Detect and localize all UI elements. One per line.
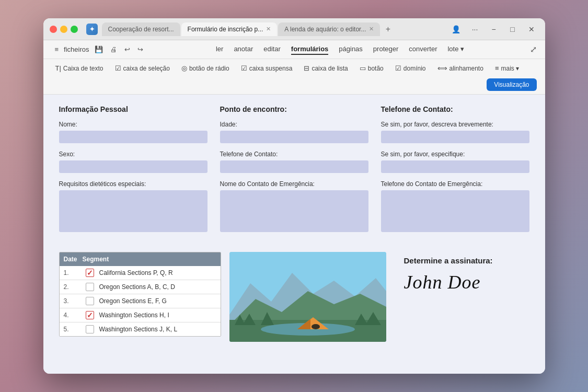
tab-2-close[interactable]: ✕ [266, 26, 271, 32]
profile-button[interactable]: 👤 [449, 22, 464, 37]
row-4-text: Washington Sections H, I [99, 312, 216, 319]
tab-1-label: Cooperação de resort... [108, 26, 174, 33]
emergency-name-input[interactable] [220, 190, 368, 232]
tool-dominio[interactable]: ☑ domínio [391, 62, 430, 74]
age-input[interactable] [220, 131, 368, 143]
gender-label: Sexo: [59, 151, 207, 158]
tool-caixa-de-texto[interactable]: T| Caixa de texto [52, 62, 107, 74]
ficheiros-menu[interactable]: ficheiros [64, 44, 89, 54]
hamburger-menu-button[interactable]: ≡ [52, 43, 62, 55]
phone-field-group: Telefone de Contato: [220, 151, 368, 173]
text-box-icon: T| [55, 64, 61, 72]
main-menu-bar: ler anotar editar formulários páginas pr… [153, 44, 528, 55]
menu-paginas[interactable]: páginas [339, 44, 363, 55]
domain-icon: ☑ [395, 64, 401, 72]
tool-caixa-lista[interactable]: ⊟ caixa de lista [300, 62, 351, 74]
name-field-group: Nome: [59, 121, 207, 143]
signature-section: Determine a assinatura: John Doe [400, 252, 529, 298]
personal-info-title: Informação Pessoal [59, 105, 207, 113]
browser-window: ✦ Cooperação de resort... Formulário de … [43, 18, 545, 374]
row-5-num: 5. [64, 326, 83, 333]
meeting-title: Ponto de encontro: [220, 105, 368, 113]
tool-label-botao: botão [368, 65, 384, 72]
specify-label: Se sim, por favor, especifique: [381, 151, 529, 158]
window-controls [50, 26, 78, 33]
minimize-button[interactable] [60, 26, 67, 33]
row-4-checkbox[interactable]: ✓ [86, 311, 94, 319]
menu-converter[interactable]: converter [409, 44, 437, 55]
tool-caixa-suspensa[interactable]: ☑ caixa suspensa [237, 62, 296, 74]
tab-3-label: A lenda de aquário: o editor... [284, 26, 366, 33]
undo-button[interactable]: ↩ [121, 43, 133, 55]
table-row: 4. ✓ Washington Sections H, I [60, 308, 221, 322]
more-icon: ≡ [495, 64, 499, 72]
checkmark-icon: ✓ [87, 269, 93, 277]
external-link-icon[interactable]: ⤢ [530, 44, 537, 54]
tab-1[interactable]: Cooperação de resort... [102, 22, 180, 36]
tool-radio[interactable]: ◎ botão de rádio [178, 62, 233, 74]
toolbar-nav-group: 💾 🖨 ↩ ↪ [91, 43, 146, 55]
align-icon: ⟺ [437, 64, 447, 72]
tab-3[interactable]: A lenda de aquário: o editor... ✕ [278, 22, 380, 36]
menu-ler[interactable]: ler [216, 44, 223, 55]
tool-botao[interactable]: ▭ botão [356, 62, 387, 74]
row-2-checkbox[interactable] [86, 283, 94, 291]
more-options-button[interactable]: ··· [468, 22, 482, 37]
row-5-text: Washington Sections J, K, L [99, 326, 216, 333]
tab-2[interactable]: Formulário de inscrição p... ✕ [181, 22, 278, 36]
table-header: Date Segment [60, 252, 221, 266]
emergency-phone-input[interactable] [381, 190, 529, 232]
tab-2-label: Formulário de inscrição p... [188, 26, 263, 33]
dietary-field-group: Requisitos dietéticos especiais: [59, 180, 207, 232]
menu-lote[interactable]: lote ▾ [447, 44, 464, 55]
form-top-sections: Informação Pessoal Nome: Sexo: Requisito… [59, 105, 529, 239]
landscape-photo [229, 252, 386, 342]
gender-input[interactable] [59, 160, 207, 173]
name-input[interactable] [59, 131, 207, 143]
menu-formularios[interactable]: formulários [291, 44, 329, 55]
tool-label-mais: mais ▾ [501, 65, 519, 72]
checkbox-icon: ☑ [115, 64, 121, 72]
dietary-input[interactable] [59, 190, 207, 232]
form-toolbar: T| Caixa de texto ☑ caixa de seleção ◎ b… [43, 59, 545, 95]
tool-label-suspensa: caixa suspensa [249, 65, 293, 72]
row-4-num: 4. [64, 312, 83, 319]
row-5-checkbox[interactable] [86, 325, 94, 333]
describe-field-group: Se sim, por favor, descreva brevemente: [381, 121, 529, 143]
add-tab-button[interactable]: + [381, 22, 395, 36]
specify-input[interactable] [381, 160, 529, 173]
row-3-checkbox[interactable] [86, 297, 94, 305]
table-row: 2. Oregon Sections A, B, C, D [60, 280, 221, 294]
button-icon: ▭ [360, 64, 366, 72]
tool-caixa-selecao[interactable]: ☑ caixa de seleção [111, 62, 174, 74]
menu-editar[interactable]: editar [263, 44, 281, 55]
personal-info-section: Informação Pessoal Nome: Sexo: Requisito… [59, 105, 207, 239]
specify-field-group: Se sim, por favor, especifique: [381, 151, 529, 173]
window-close-button[interactable]: ✕ [524, 22, 539, 37]
tool-mais[interactable]: ≡ mais ▾ [491, 62, 523, 74]
contact-phone-section: Telefone de Contato: Se sim, por favor, … [381, 105, 529, 239]
save-icon-button[interactable]: 💾 [91, 43, 106, 55]
maximize-button[interactable] [71, 26, 78, 33]
table-row: 1. ✓ California Sections P, Q, R [60, 266, 221, 280]
window-restore-button[interactable]: □ [505, 22, 520, 37]
meeting-point-section: Ponto de encontro: Idade: Telefone de Co… [220, 105, 368, 239]
app-icon: ✦ [86, 24, 98, 35]
window-minimize-button[interactable]: − [487, 22, 501, 37]
describe-input[interactable] [381, 131, 529, 143]
tool-label-lista: caixa de lista [312, 65, 348, 72]
tool-alinhamento[interactable]: ⟺ alinhamento [434, 62, 487, 74]
close-button[interactable] [50, 26, 57, 33]
print-icon-button[interactable]: 🖨 [107, 43, 120, 55]
menu-anotar[interactable]: anotar [234, 44, 253, 55]
preview-button[interactable]: Visualização [487, 78, 536, 91]
phone-input[interactable] [220, 160, 368, 173]
radio-icon: ◎ [181, 64, 187, 72]
redo-button[interactable]: ↪ [134, 43, 146, 55]
table-row: 3. Oregon Sections E, F, G [60, 294, 221, 308]
emergency-name-field-group: Nome do Contato de Emergência: [220, 180, 368, 232]
tab-3-close[interactable]: ✕ [369, 26, 374, 32]
row-1-checkbox[interactable]: ✓ [86, 269, 94, 277]
age-label: Idade: [220, 121, 368, 128]
menu-proteger[interactable]: proteger [373, 44, 398, 55]
